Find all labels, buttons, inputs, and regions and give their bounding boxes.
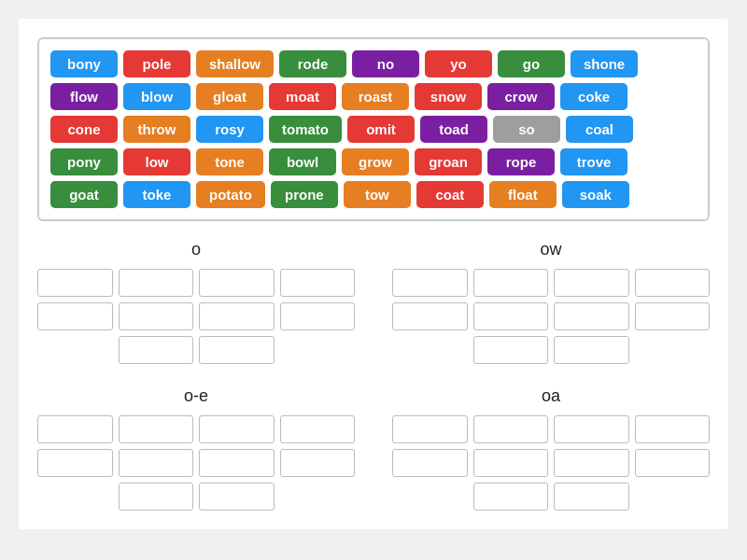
word-chip[interactable]: tow (344, 181, 411, 208)
sort-cell[interactable] (280, 449, 356, 477)
sort-cell[interactable] (473, 302, 549, 330)
word-chip[interactable]: throw (123, 116, 190, 143)
word-chip[interactable]: coke (560, 83, 627, 110)
word-chip[interactable]: tomato (269, 116, 342, 143)
word-chip[interactable]: potato (196, 181, 265, 208)
word-chip[interactable]: go (498, 50, 565, 77)
sort-cell[interactable] (37, 449, 113, 477)
sort-cell[interactable] (37, 302, 113, 330)
sort-group-ow: ow (392, 240, 710, 364)
sort-cell[interactable] (199, 483, 275, 511)
word-chip[interactable]: roast (342, 83, 409, 110)
word-chip[interactable]: no (352, 50, 419, 77)
word-chip[interactable]: yo (425, 50, 492, 77)
sort-grid-oa-extra (392, 483, 710, 511)
sort-cell[interactable] (473, 269, 549, 297)
word-chip[interactable]: toke (123, 181, 190, 208)
sort-cell[interactable] (280, 269, 356, 297)
sort-label-oe: o-e (37, 386, 355, 406)
word-chip[interactable]: blow (123, 83, 190, 110)
word-chip[interactable]: trove (560, 148, 627, 175)
sort-cell[interactable] (392, 302, 468, 330)
sort-grid-oe (37, 415, 355, 477)
sort-grid-ow-extra (392, 336, 710, 364)
word-chip[interactable]: moat (269, 83, 336, 110)
sort-group-oe: o-e (37, 386, 355, 511)
word-chip[interactable]: bony (50, 50, 118, 77)
sort-cell[interactable] (119, 449, 194, 477)
word-chip[interactable]: groan (415, 148, 482, 175)
sort-cell[interactable] (119, 483, 194, 511)
sort-cell[interactable] (280, 415, 356, 443)
sort-cell[interactable] (119, 415, 194, 443)
sort-cell[interactable] (473, 483, 549, 511)
sort-cell[interactable] (635, 302, 711, 330)
word-chip[interactable]: grow (342, 148, 409, 175)
word-chip[interactable]: pony (50, 148, 118, 175)
sort-cell[interactable] (37, 269, 113, 297)
sort-label-ow: ow (392, 240, 710, 259)
top-sort-section: o ow (37, 240, 710, 364)
sort-cell[interactable] (554, 483, 629, 511)
word-chip[interactable]: toad (420, 116, 487, 143)
sort-cell[interactable] (473, 415, 549, 443)
sort-cell[interactable] (199, 415, 275, 443)
sort-cell[interactable] (554, 336, 629, 364)
sort-cell[interactable] (119, 302, 194, 330)
sort-cell[interactable] (554, 449, 629, 477)
sort-cell[interactable] (554, 415, 629, 443)
sort-cell[interactable] (554, 269, 629, 297)
word-chip[interactable]: gloat (196, 83, 263, 110)
word-chip[interactable]: goat (50, 181, 118, 208)
sort-cell[interactable] (280, 302, 356, 330)
sort-cell[interactable] (199, 449, 275, 477)
sort-grid-o-extra (37, 336, 355, 364)
sort-cell[interactable] (635, 415, 711, 443)
word-chip[interactable]: coat (416, 181, 484, 208)
sort-group-o: o (37, 240, 355, 364)
main-container: bonypoleshallowrodenoyogoshoneflowblowgl… (19, 19, 728, 529)
sort-grid-o (37, 269, 355, 330)
sort-cell[interactable] (554, 302, 629, 330)
sort-cell[interactable] (392, 449, 468, 477)
word-chip[interactable]: float (489, 181, 557, 208)
word-chip[interactable]: omit (347, 116, 415, 143)
word-chip[interactable]: rode (279, 50, 346, 77)
word-chip[interactable]: cone (50, 116, 118, 143)
sort-cell[interactable] (199, 336, 275, 364)
sort-cell[interactable] (37, 415, 113, 443)
sort-grid-oe-extra (37, 483, 355, 511)
sort-cell[interactable] (473, 449, 549, 477)
bottom-sort-section: o-e oa (37, 386, 710, 511)
word-chip[interactable]: soak (562, 181, 629, 208)
word-chip[interactable]: rosy (196, 116, 263, 143)
sort-cell[interactable] (635, 269, 711, 297)
word-chip[interactable]: flow (50, 83, 118, 110)
sort-group-oa: oa (392, 386, 710, 511)
sort-label-oa: oa (392, 386, 710, 406)
word-chip[interactable]: low (123, 148, 190, 175)
word-chip[interactable]: coal (566, 116, 633, 143)
sort-grid-ow (392, 269, 710, 330)
sort-cell[interactable] (392, 269, 468, 297)
sort-cell[interactable] (199, 269, 275, 297)
word-chip[interactable]: so (493, 116, 560, 143)
word-chip[interactable]: rope (487, 148, 555, 175)
sort-cell[interactable] (473, 336, 549, 364)
word-chip[interactable]: pole (123, 50, 190, 77)
word-chip[interactable]: snow (415, 83, 482, 110)
sort-cell[interactable] (119, 269, 194, 297)
sort-cell[interactable] (392, 415, 468, 443)
word-chip[interactable]: prone (271, 181, 338, 208)
sort-label-o: o (37, 240, 355, 259)
sort-cell[interactable] (635, 449, 711, 477)
word-chip[interactable]: shone (571, 50, 638, 77)
word-chip[interactable]: bowl (269, 148, 336, 175)
word-chip[interactable]: shallow (196, 50, 274, 77)
sort-grid-oa (392, 415, 710, 477)
word-chip[interactable]: crow (487, 83, 555, 110)
word-bank: bonypoleshallowrodenoyogoshoneflowblowgl… (37, 37, 710, 221)
sort-cell[interactable] (199, 302, 275, 330)
word-chip[interactable]: tone (196, 148, 263, 175)
sort-cell[interactable] (119, 336, 194, 364)
